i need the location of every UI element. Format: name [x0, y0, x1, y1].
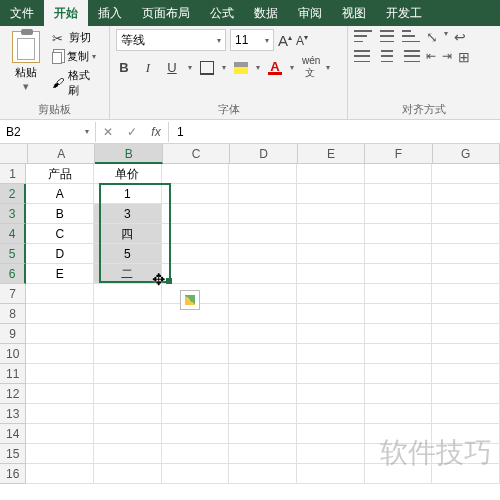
tab-插入[interactable]: 插入	[88, 0, 132, 26]
cell-D10[interactable]	[229, 344, 297, 364]
cell-B15[interactable]	[94, 444, 162, 464]
cell-C9[interactable]	[162, 324, 230, 344]
cell-D5[interactable]	[229, 244, 297, 264]
cell-C14[interactable]	[162, 424, 230, 444]
cell-C4[interactable]	[162, 224, 230, 244]
cell-G5[interactable]	[432, 244, 500, 264]
increase-indent-button[interactable]: ⇥	[442, 49, 452, 65]
cell-A16[interactable]	[26, 464, 94, 484]
cell-E16[interactable]	[297, 464, 365, 484]
cell-F12[interactable]	[365, 384, 433, 404]
row-header-5[interactable]: 5	[0, 244, 26, 264]
tab-公式[interactable]: 公式	[200, 0, 244, 26]
cell-C12[interactable]	[162, 384, 230, 404]
cell-B10[interactable]	[94, 344, 162, 364]
cell-A2[interactable]: A	[26, 184, 94, 204]
cell-B4[interactable]: 四	[94, 224, 162, 244]
align-left-button[interactable]	[354, 49, 372, 63]
select-all-corner[interactable]	[0, 144, 28, 164]
cell-C16[interactable]	[162, 464, 230, 484]
copy-button[interactable]: 复制▾	[50, 48, 103, 65]
cell-F4[interactable]	[365, 224, 433, 244]
cell-F10[interactable]	[365, 344, 433, 364]
cell-E8[interactable]	[297, 304, 365, 324]
col-header-C[interactable]: C	[163, 144, 230, 164]
cell-D12[interactable]	[229, 384, 297, 404]
cell-F16[interactable]	[365, 464, 433, 484]
spreadsheet-grid[interactable]: ABCDEFG 1产品单价2A13B34C四5D56E二789101112131…	[0, 144, 500, 484]
cell-A14[interactable]	[26, 424, 94, 444]
cell-G16[interactable]	[432, 464, 500, 484]
cell-A9[interactable]	[26, 324, 94, 344]
row-header-1[interactable]: 1	[0, 164, 26, 184]
cell-D8[interactable]	[229, 304, 297, 324]
cell-B6[interactable]: 二	[94, 264, 162, 284]
font-name-select[interactable]: 等线▾	[116, 29, 226, 51]
cell-A5[interactable]: D	[26, 244, 94, 264]
cell-E1[interactable]	[297, 164, 365, 184]
cell-A12[interactable]	[26, 384, 94, 404]
cell-D11[interactable]	[229, 364, 297, 384]
cut-button[interactable]: 剪切	[50, 29, 103, 46]
cell-G11[interactable]	[432, 364, 500, 384]
cell-A10[interactable]	[26, 344, 94, 364]
row-header-9[interactable]: 9	[0, 324, 26, 344]
cell-F11[interactable]	[365, 364, 433, 384]
cell-E9[interactable]	[297, 324, 365, 344]
row-header-16[interactable]: 16	[0, 464, 26, 484]
cell-B2[interactable]: 1	[94, 184, 162, 204]
col-header-B[interactable]: B	[95, 144, 162, 164]
tab-审阅[interactable]: 审阅	[288, 0, 332, 26]
font-size-select[interactable]: 11▾	[230, 29, 274, 51]
col-header-G[interactable]: G	[433, 144, 500, 164]
cell-C6[interactable]	[162, 264, 230, 284]
row-header-12[interactable]: 12	[0, 384, 26, 404]
font-color-button[interactable]: A	[268, 61, 282, 75]
cell-E12[interactable]	[297, 384, 365, 404]
cell-D3[interactable]	[229, 204, 297, 224]
tab-开发工[interactable]: 开发工	[376, 0, 432, 26]
col-header-F[interactable]: F	[365, 144, 432, 164]
cell-E3[interactable]	[297, 204, 365, 224]
cell-G7[interactable]	[432, 284, 500, 304]
cell-E7[interactable]	[297, 284, 365, 304]
cell-F6[interactable]	[365, 264, 433, 284]
cell-D7[interactable]	[229, 284, 297, 304]
cell-D14[interactable]	[229, 424, 297, 444]
row-header-13[interactable]: 13	[0, 404, 26, 424]
merge-button[interactable]: ⊞	[458, 49, 470, 65]
quick-analysis-button[interactable]	[180, 290, 200, 310]
row-header-6[interactable]: 6	[0, 264, 26, 284]
tab-文件[interactable]: 文件	[0, 0, 44, 26]
cell-E2[interactable]	[297, 184, 365, 204]
cell-G3[interactable]	[432, 204, 500, 224]
cell-F9[interactable]	[365, 324, 433, 344]
row-header-4[interactable]: 4	[0, 224, 26, 244]
align-center-button[interactable]	[378, 49, 396, 63]
orientation-button[interactable]: ⤡	[426, 29, 438, 45]
row-header-14[interactable]: 14	[0, 424, 26, 444]
cell-E4[interactable]	[297, 224, 365, 244]
cell-C13[interactable]	[162, 404, 230, 424]
row-header-7[interactable]: 7	[0, 284, 26, 304]
cell-G13[interactable]	[432, 404, 500, 424]
row-header-3[interactable]: 3	[0, 204, 26, 224]
cell-F13[interactable]	[365, 404, 433, 424]
cell-C5[interactable]	[162, 244, 230, 264]
cell-E5[interactable]	[297, 244, 365, 264]
cell-F14[interactable]	[365, 424, 433, 444]
col-header-D[interactable]: D	[230, 144, 297, 164]
cell-D13[interactable]	[229, 404, 297, 424]
cell-D6[interactable]	[229, 264, 297, 284]
cell-F15[interactable]	[365, 444, 433, 464]
cell-B9[interactable]	[94, 324, 162, 344]
cell-C10[interactable]	[162, 344, 230, 364]
cell-F1[interactable]	[365, 164, 433, 184]
cell-B5[interactable]: 5	[94, 244, 162, 264]
cell-A15[interactable]	[26, 444, 94, 464]
cell-B3[interactable]: 3	[94, 204, 162, 224]
cell-A13[interactable]	[26, 404, 94, 424]
row-header-2[interactable]: 2	[0, 184, 26, 204]
cell-A4[interactable]: C	[26, 224, 94, 244]
bold-button[interactable]: B	[116, 60, 132, 75]
